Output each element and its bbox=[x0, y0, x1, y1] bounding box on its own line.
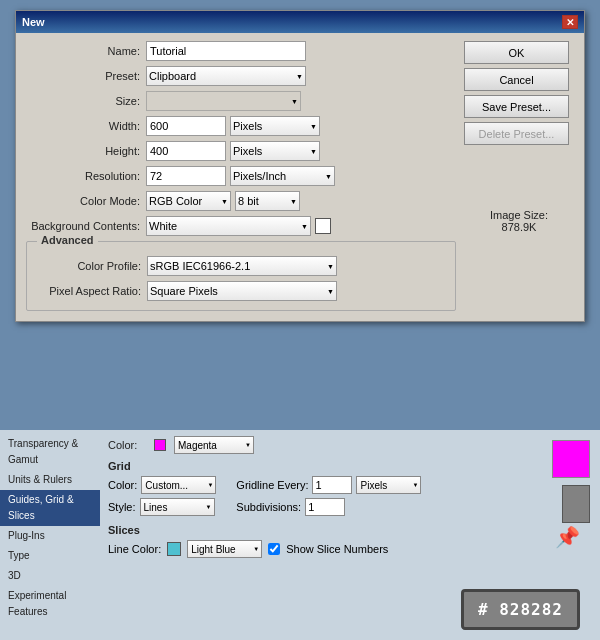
advanced-legend: Advanced bbox=[37, 234, 98, 246]
color-mode-wrapper: RGB Color CMYK Color Grayscale bbox=[146, 191, 231, 211]
height-units-dropdown[interactable]: Pixels Inches Centimeters bbox=[230, 141, 320, 161]
sidebar-item-guides[interactable]: Guides, Grid & Slices bbox=[0, 490, 100, 526]
name-label: Name: bbox=[26, 45, 146, 57]
width-label: Width: bbox=[26, 120, 146, 132]
color-profile-label: Color Profile: bbox=[27, 260, 147, 272]
width-row: Width: Pixels Inches Centimeters bbox=[26, 116, 456, 136]
width-units-wrapper: Pixels Inches Centimeters bbox=[230, 116, 320, 136]
new-dialog: New ✕ Name: Preset: Clipboard Custom Def… bbox=[15, 10, 585, 322]
sidebar: Transparency & Gamut Units & Rulers Guid… bbox=[0, 430, 100, 640]
color-dropdown[interactable]: Magenta Cyan Light Blue bbox=[174, 436, 254, 454]
preset-dropdown-wrapper: Clipboard Custom Default Photoshop Size bbox=[146, 66, 306, 86]
name-input[interactable] bbox=[146, 41, 306, 61]
subdivisions-row: Subdivisions: bbox=[236, 498, 421, 516]
color-row: Color: Magenta Cyan Light Blue bbox=[108, 436, 522, 454]
pixel-aspect-dropdown[interactable]: Square Pixels D1/DV NTSC D1/DV PAL bbox=[147, 281, 337, 301]
color-profile-dropdown[interactable]: sRGB IEC61966-2.1 Adobe RGB ProPhoto RGB bbox=[147, 256, 337, 276]
height-input[interactable] bbox=[146, 141, 226, 161]
height-row: Height: Pixels Inches Centimeters bbox=[26, 141, 456, 161]
pixel-aspect-row: Pixel Aspect Ratio: Square Pixels D1/DV … bbox=[27, 281, 455, 301]
preset-row: Preset: Clipboard Custom Default Photosh… bbox=[26, 66, 456, 86]
slices-section: Slices Line Color: Light Blue Red Green … bbox=[108, 524, 522, 558]
slice-row: Line Color: Light Blue Red Green Show Sl… bbox=[108, 540, 522, 558]
grid-col-right: Gridline Every: Pixels Inches Subdivisio… bbox=[236, 476, 421, 516]
line-color-dropdown[interactable]: Light Blue Red Green bbox=[187, 540, 262, 558]
gridline-units-wrapper: Pixels Inches bbox=[356, 476, 421, 494]
close-button[interactable]: ✕ bbox=[562, 15, 578, 29]
line-color-swatch bbox=[167, 542, 181, 556]
resolution-row: Resolution: Pixels/Inch Pixels/Centimete… bbox=[26, 166, 456, 186]
grid-col-left: Color: Custom... Light Blue Style: Lines… bbox=[108, 476, 216, 516]
sidebar-item-plugins[interactable]: Plug-Ins bbox=[0, 526, 100, 546]
color-mode-dropdown[interactable]: RGB Color CMYK Color Grayscale bbox=[146, 191, 231, 211]
pixel-aspect-wrapper: Square Pixels D1/DV NTSC D1/DV PAL bbox=[147, 281, 337, 301]
sidebar-item-units[interactable]: Units & Rulers bbox=[0, 470, 100, 490]
color-mode-label: Color Mode: bbox=[26, 195, 146, 207]
subdivisions-input[interactable] bbox=[305, 498, 345, 516]
ok-button[interactable]: OK bbox=[464, 41, 569, 64]
gridline-label: Gridline Every: bbox=[236, 479, 308, 491]
size-row: Size: bbox=[26, 91, 456, 111]
show-slice-numbers-checkbox[interactable] bbox=[268, 543, 280, 555]
gridline-input[interactable] bbox=[312, 476, 352, 494]
width-input[interactable] bbox=[146, 116, 226, 136]
grid-style-wrapper: Lines Dashes Dots bbox=[140, 498, 215, 516]
dialog-right: OK Cancel Save Preset... Delete Preset..… bbox=[464, 41, 574, 311]
sidebar-item-type[interactable]: Type bbox=[0, 546, 100, 566]
pin-icon: 📌 bbox=[555, 525, 580, 549]
grid-style-label: Style: bbox=[108, 501, 136, 513]
gridline-units-dropdown[interactable]: Pixels Inches bbox=[356, 476, 421, 494]
background-dropdown-wrapper: White Background Color Transparent bbox=[146, 216, 311, 236]
grid-color-row: Color: Custom... Light Blue bbox=[108, 476, 216, 494]
image-size-container: Image Size: 878.9K bbox=[464, 209, 574, 233]
subdivisions-label: Subdivisions: bbox=[236, 501, 301, 513]
color-dropdown-wrapper: Magenta Cyan Light Blue bbox=[174, 436, 254, 454]
delete-preset-button[interactable]: Delete Preset... bbox=[464, 122, 569, 145]
grid-section-title: Grid bbox=[108, 460, 522, 472]
magenta-preview-swatch bbox=[552, 440, 590, 478]
magenta-color-swatch bbox=[154, 439, 166, 451]
sidebar-item-3d[interactable]: 3D bbox=[0, 566, 100, 586]
name-row: Name: bbox=[26, 41, 456, 61]
resolution-units-dropdown[interactable]: Pixels/Inch Pixels/Centimeter bbox=[230, 166, 335, 186]
sidebar-item-experimental[interactable]: Experimental Features bbox=[0, 586, 100, 622]
background-dropdown[interactable]: White Background Color Transparent bbox=[146, 216, 311, 236]
grid-color-label: Color: bbox=[108, 479, 137, 491]
cancel-button[interactable]: Cancel bbox=[464, 68, 569, 91]
line-color-wrapper: Light Blue Red Green bbox=[187, 540, 262, 558]
bg-color-box bbox=[315, 218, 331, 234]
preset-label: Preset: bbox=[26, 70, 146, 82]
background-row: Background Contents: White Background Co… bbox=[26, 216, 456, 236]
size-dropdown[interactable] bbox=[146, 91, 301, 111]
preset-dropdown[interactable]: Clipboard Custom Default Photoshop Size bbox=[146, 66, 306, 86]
bit-wrapper: 8 bit 16 bit 32 bit bbox=[235, 191, 300, 211]
color-profile-row: Color Profile: sRGB IEC61966-2.1 Adobe R… bbox=[27, 256, 455, 276]
grid-color-dropdown[interactable]: Custom... Light Blue bbox=[141, 476, 216, 494]
grid-rows: Color: Custom... Light Blue Style: Lines… bbox=[108, 476, 522, 516]
resolution-input[interactable] bbox=[146, 166, 226, 186]
bit-dropdown[interactable]: 8 bit 16 bit 32 bit bbox=[235, 191, 300, 211]
color-label: Color: bbox=[108, 439, 148, 451]
size-dropdown-wrapper bbox=[146, 91, 301, 111]
dialog-title: New bbox=[22, 16, 45, 28]
image-size-value: 878.9K bbox=[464, 221, 574, 233]
background-label: Background Contents: bbox=[26, 220, 146, 232]
gridline-row: Gridline Every: Pixels Inches bbox=[236, 476, 421, 494]
save-preset-button[interactable]: Save Preset... bbox=[464, 95, 569, 118]
width-units-dropdown[interactable]: Pixels Inches Centimeters bbox=[230, 116, 320, 136]
resolution-label: Resolution: bbox=[26, 170, 146, 182]
advanced-group: Advanced Color Profile: sRGB IEC61966-2.… bbox=[26, 241, 456, 311]
height-units-wrapper: Pixels Inches Centimeters bbox=[230, 141, 320, 161]
dialog-titlebar: New ✕ bbox=[16, 11, 584, 33]
slices-title: Slices bbox=[108, 524, 522, 536]
line-color-label: Line Color: bbox=[108, 543, 161, 555]
sidebar-item-transparency[interactable]: Transparency & Gamut bbox=[0, 434, 100, 470]
size-label: Size: bbox=[26, 95, 146, 107]
tooltip-badge: # 828282 bbox=[461, 589, 580, 630]
gray-preview-swatch bbox=[562, 485, 590, 523]
resolution-units-wrapper: Pixels/Inch Pixels/Centimeter bbox=[230, 166, 335, 186]
show-slice-numbers-label: Show Slice Numbers bbox=[286, 543, 388, 555]
grid-style-row: Style: Lines Dashes Dots bbox=[108, 498, 216, 516]
grid-style-dropdown[interactable]: Lines Dashes Dots bbox=[140, 498, 215, 516]
image-size-label: Image Size: bbox=[464, 209, 574, 221]
